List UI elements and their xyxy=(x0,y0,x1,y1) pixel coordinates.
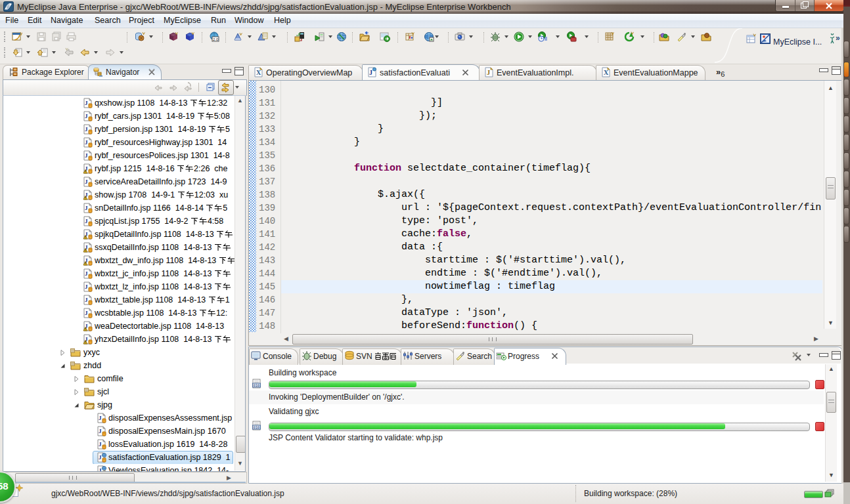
svg-text:J: J xyxy=(85,284,88,290)
svg-text:J: J xyxy=(85,139,88,146)
svg-text:J: J xyxy=(85,270,88,277)
svg-text:2.0: 2.0 xyxy=(213,37,219,41)
svg-text:J: J xyxy=(85,218,88,224)
svg-text:J: J xyxy=(85,205,88,211)
svg-text:J: J xyxy=(99,467,102,472)
svg-text:J: J xyxy=(85,100,88,106)
svg-text:J: J xyxy=(369,69,372,76)
svg-text:J: J xyxy=(85,113,88,119)
svg-text:J: J xyxy=(85,297,88,303)
svg-text:010: 010 xyxy=(254,425,260,429)
svg-text:J: J xyxy=(85,310,88,316)
svg-text:J: J xyxy=(99,454,102,461)
svg-text:J: J xyxy=(99,441,102,448)
svg-text:J: J xyxy=(99,428,102,434)
svg-text:J: J xyxy=(487,69,490,76)
svg-text:010: 010 xyxy=(254,383,260,387)
svg-text:J: J xyxy=(85,152,88,159)
svg-text:X: X xyxy=(256,69,261,76)
svg-text:X: X xyxy=(604,69,609,76)
svg-text:J: J xyxy=(85,178,88,185)
svg-text:J: J xyxy=(85,126,88,133)
svg-text:J: J xyxy=(99,415,102,421)
